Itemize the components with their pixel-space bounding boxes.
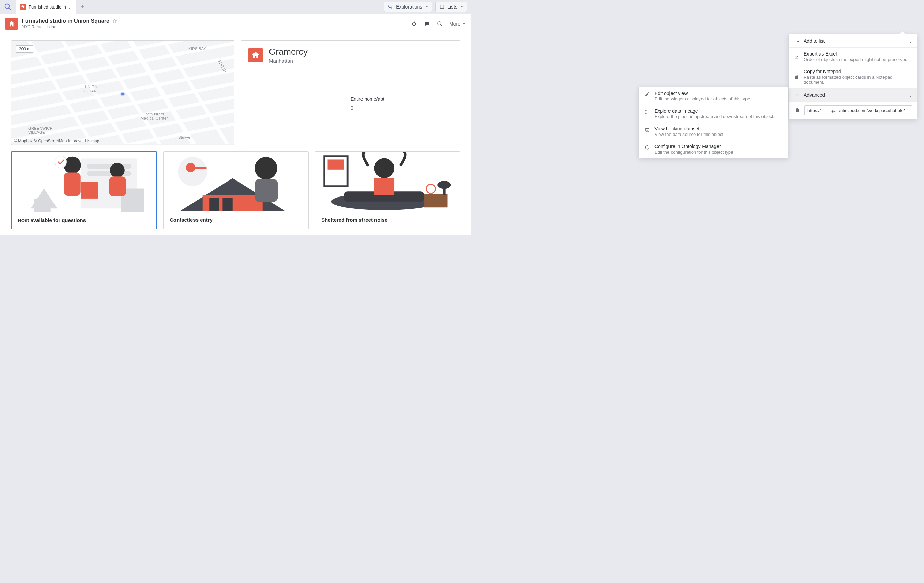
svg-point-30 <box>64 156 81 174</box>
map-label: UNION SQUARE <box>83 85 99 93</box>
info-panel: Gramercy Manhattan Entire home/apt 0 <box>241 40 460 145</box>
svg-point-6 <box>438 22 441 25</box>
svg-rect-26 <box>87 171 131 176</box>
explorations-label: Explorations <box>396 4 422 10</box>
map-label: Stuyve <box>178 135 190 139</box>
content-area: 300 m KIPS BAY UNION SQUARE GREENWICH VI… <box>0 34 471 236</box>
home-icon <box>5 18 18 30</box>
svg-rect-27 <box>81 182 98 199</box>
svg-point-52 <box>437 181 451 189</box>
card-caption: Contactless entry <box>163 211 309 228</box>
new-tab-button[interactable] <box>76 0 90 14</box>
svg-line-3 <box>391 7 392 8</box>
svg-rect-50 <box>424 194 447 208</box>
count-value: 0 <box>351 105 452 114</box>
lists-dropdown[interactable]: Lists <box>436 2 467 12</box>
card-illustration <box>163 152 309 211</box>
svg-rect-41 <box>223 198 233 211</box>
room-type-value: Entire home/apt <box>351 96 452 105</box>
comment-button[interactable] <box>424 20 430 27</box>
card-illustration <box>315 152 460 211</box>
svg-line-7 <box>441 25 442 26</box>
svg-rect-28 <box>34 199 51 212</box>
lists-label: Lists <box>447 4 457 10</box>
map-label: GREENWICH VILLAGE <box>28 126 53 135</box>
browser-tab[interactable]: Furnished studio in … <box>16 0 76 14</box>
borough-subtitle: Manhattan <box>269 58 308 64</box>
svg-rect-46 <box>328 160 345 169</box>
app-search-icon[interactable] <box>0 0 16 14</box>
card-caption: Host available for questions <box>12 212 157 229</box>
map-scale: 300 m <box>16 45 33 53</box>
caret-down-icon <box>425 5 428 8</box>
search-button[interactable] <box>436 20 443 27</box>
svg-rect-25 <box>87 164 131 168</box>
tab-bar: Furnished studio in … Explorations Lists <box>0 0 471 14</box>
svg-point-49 <box>374 158 394 178</box>
feature-card[interactable]: Sheltered from street noise <box>315 151 460 229</box>
caret-down-icon <box>462 22 466 26</box>
feature-cards: Host available for questions Contactless… <box>11 151 460 229</box>
svg-rect-31 <box>64 173 81 196</box>
map-location-marker <box>120 92 125 96</box>
card-caption: Sheltered from street noise <box>315 211 460 228</box>
svg-point-34 <box>54 156 66 168</box>
home-icon <box>248 48 263 62</box>
map-label: Beth Israel Medical Center <box>141 112 168 120</box>
caret-down-icon <box>460 5 464 8</box>
feature-card[interactable]: Contactless entry <box>163 151 309 229</box>
map-panel[interactable]: 300 m KIPS BAY UNION SQUARE GREENWICH VI… <box>11 40 234 145</box>
refresh-button[interactable] <box>411 20 417 27</box>
card-illustration <box>12 152 157 212</box>
object-header: Furnished studio in Union Square NYC Ren… <box>0 14 471 34</box>
svg-point-32 <box>110 163 125 178</box>
svg-point-42 <box>254 157 277 180</box>
favorite-star-icon[interactable] <box>112 19 117 24</box>
svg-rect-33 <box>109 176 126 196</box>
svg-rect-40 <box>209 198 219 211</box>
map-label: KIPS BAY <box>188 47 206 51</box>
explorations-dropdown[interactable]: Explorations <box>384 2 432 12</box>
object-subtitle: NYC Rental Listing <box>22 25 117 29</box>
svg-line-1 <box>9 8 11 10</box>
home-icon <box>20 4 26 10</box>
svg-rect-38 <box>193 167 206 169</box>
tab-title: Furnished studio in … <box>29 5 71 10</box>
svg-rect-43 <box>254 179 278 202</box>
object-title: Furnished studio in Union Square <box>22 18 109 24</box>
svg-rect-4 <box>440 5 444 8</box>
svg-rect-53 <box>443 188 446 195</box>
more-label: More <box>449 21 460 26</box>
neighborhood-title: Gramercy <box>269 47 308 57</box>
map-attribution[interactable]: © Mapbox © OpenStreetMap Improve this ma… <box>14 138 99 143</box>
feature-card[interactable]: Host available for questions <box>11 151 157 229</box>
more-button[interactable]: More <box>449 21 466 26</box>
